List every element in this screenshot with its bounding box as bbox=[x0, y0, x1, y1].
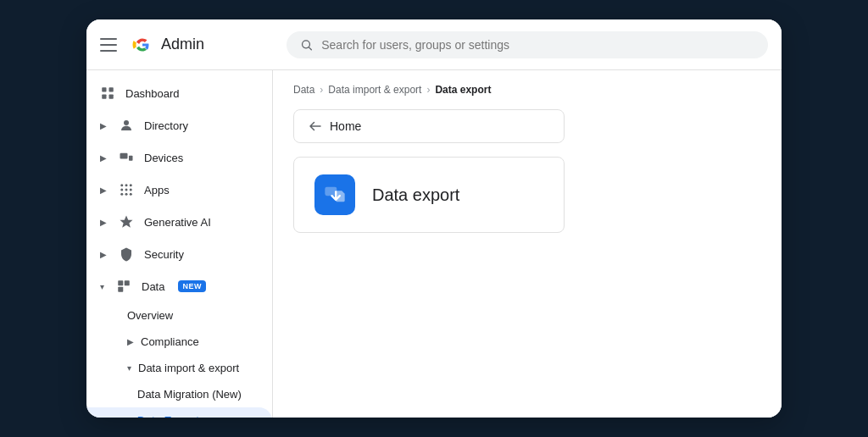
sidebar-item-directory[interactable]: ▶ Directory bbox=[86, 109, 272, 141]
google-logo-icon bbox=[131, 33, 154, 57]
svg-rect-5 bbox=[102, 95, 106, 99]
back-arrow-icon bbox=[308, 119, 323, 134]
svg-rect-3 bbox=[102, 87, 106, 91]
ai-icon bbox=[119, 214, 134, 230]
sidebar-item-data[interactable]: ▾ Data NEW bbox=[86, 270, 272, 302]
menu-button[interactable] bbox=[100, 35, 120, 55]
chevron-down-icon: ▾ bbox=[127, 363, 131, 373]
breadcrumb-item-data[interactable]: Data bbox=[293, 84, 314, 96]
sidebar-sublabel-data-import-export: Data import & export bbox=[138, 362, 239, 374]
chevron-right-icon: ▶ bbox=[127, 337, 134, 346]
svg-rect-9 bbox=[129, 156, 133, 161]
app-window: Admin bbox=[86, 19, 782, 418]
svg-point-14 bbox=[120, 189, 123, 191]
logo-area: Admin bbox=[131, 33, 204, 57]
chevron-right-icon: ▶ bbox=[100, 153, 107, 163]
chevron-down-icon: ▾ bbox=[100, 282, 104, 291]
security-icon bbox=[119, 246, 134, 262]
sidebar-label-devices: Devices bbox=[144, 152, 183, 164]
sidebar-subsublabel-data-migration: Data Migration (New) bbox=[137, 388, 242, 401]
data-export-card[interactable]: Data export bbox=[293, 157, 565, 233]
search-input[interactable] bbox=[321, 38, 754, 52]
data-export-icon bbox=[314, 174, 355, 215]
sidebar-sublabel-compliance: Compliance bbox=[141, 335, 199, 348]
chevron-right-icon: ▶ bbox=[100, 121, 107, 130]
sidebar-subsubitem-data-export[interactable]: Data Export bbox=[86, 407, 272, 418]
sidebar-item-apps[interactable]: ▶ Apps bbox=[86, 174, 272, 206]
svg-point-17 bbox=[120, 193, 123, 196]
chevron-right-icon: ▶ bbox=[100, 218, 107, 227]
sidebar-label-data: Data bbox=[142, 280, 164, 293]
apps-icon bbox=[119, 182, 134, 197]
svg-point-19 bbox=[130, 193, 132, 196]
svg-rect-6 bbox=[109, 95, 114, 99]
sidebar-item-generative-ai[interactable]: ▶ Generative AI bbox=[86, 206, 272, 238]
dashboard-icon bbox=[100, 86, 115, 101]
sidebar-label-dashboard: Dashboard bbox=[125, 87, 180, 100]
main-content: Data › Data import & export › Data expor… bbox=[273, 70, 782, 418]
svg-rect-8 bbox=[120, 153, 128, 159]
sidebar-subitem-compliance[interactable]: ▶ Compliance bbox=[86, 329, 272, 355]
breadcrumb-item-current: Data export bbox=[435, 84, 491, 96]
search-icon bbox=[300, 38, 313, 52]
data-export-title: Data export bbox=[372, 185, 459, 205]
header-left: Admin bbox=[100, 33, 287, 57]
svg-line-2 bbox=[309, 47, 311, 49]
search-bar[interactable] bbox=[287, 31, 768, 58]
sidebar-sublabel-overview: Overview bbox=[127, 309, 173, 322]
admin-label: Admin bbox=[161, 36, 204, 53]
body: Dashboard ▶ Directory ▶ bbox=[86, 70, 782, 418]
svg-point-18 bbox=[125, 193, 128, 196]
sidebar-item-devices[interactable]: ▶ Devices bbox=[86, 141, 272, 174]
breadcrumb-sep-1: › bbox=[320, 84, 323, 96]
svg-rect-21 bbox=[118, 280, 123, 285]
svg-point-15 bbox=[125, 189, 128, 191]
svg-point-16 bbox=[130, 189, 132, 191]
home-button[interactable]: Home bbox=[293, 109, 565, 143]
sidebar-item-dashboard[interactable]: Dashboard bbox=[86, 77, 272, 109]
new-badge: NEW bbox=[178, 280, 206, 292]
sidebar-subsubitem-data-migration[interactable]: Data Migration (New) bbox=[86, 381, 272, 407]
breadcrumb: Data › Data import & export › Data expor… bbox=[293, 84, 761, 96]
devices-icon bbox=[119, 150, 134, 165]
svg-rect-22 bbox=[125, 280, 130, 285]
sidebar-label-apps: Apps bbox=[144, 184, 170, 196]
chevron-right-icon: ▶ bbox=[100, 250, 107, 259]
sidebar-subsublabel-data-export: Data Export bbox=[137, 414, 199, 418]
directory-icon bbox=[119, 118, 134, 133]
sidebar-label-directory: Directory bbox=[144, 119, 188, 132]
breadcrumb-sep-2: › bbox=[426, 84, 430, 96]
svg-point-13 bbox=[130, 184, 132, 186]
sidebar-subitem-overview[interactable]: Overview bbox=[86, 302, 272, 329]
home-label: Home bbox=[330, 119, 361, 133]
svg-point-12 bbox=[125, 184, 128, 186]
svg-marker-20 bbox=[120, 216, 133, 228]
sidebar-label-security: Security bbox=[144, 248, 184, 261]
sidebar-item-security[interactable]: ▶ Security bbox=[86, 238, 272, 270]
breadcrumb-item-import-export[interactable]: Data import & export bbox=[328, 84, 421, 96]
sidebar: Dashboard ▶ Directory ▶ bbox=[86, 70, 273, 418]
svg-point-11 bbox=[120, 184, 123, 186]
chevron-right-icon: ▶ bbox=[100, 185, 107, 195]
data-icon bbox=[116, 279, 131, 294]
svg-rect-4 bbox=[109, 87, 114, 91]
header: Admin bbox=[86, 19, 782, 70]
svg-point-7 bbox=[124, 120, 129, 125]
sidebar-subitem-data-import-export[interactable]: ▾ Data import & export bbox=[86, 355, 272, 381]
svg-rect-23 bbox=[118, 287, 123, 292]
sidebar-label-generative-ai: Generative AI bbox=[144, 216, 211, 229]
